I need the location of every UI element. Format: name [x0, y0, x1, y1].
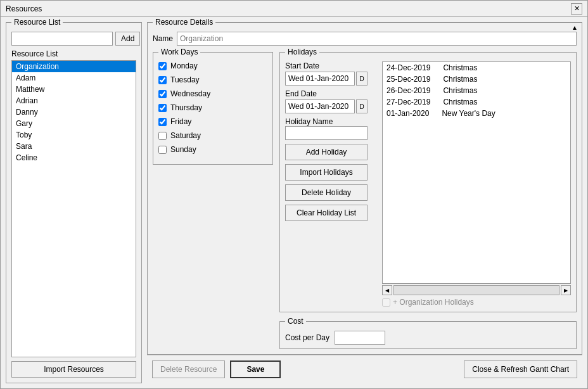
list-item[interactable]: Adrian [12, 95, 136, 106]
workday-label: Saturday [170, 131, 201, 140]
list-item[interactable]: Toby [12, 129, 136, 141]
holidays-section: Holidays Start Date D [279, 52, 577, 349]
list-item[interactable]: Celine [12, 152, 136, 163]
scroll-track [393, 285, 559, 295]
holiday-date: 25-Dec-2019 [387, 75, 430, 84]
workday-row: Thursday [158, 103, 267, 112]
start-date-input[interactable] [285, 72, 355, 86]
holiday-name-label: Holiday Name [285, 117, 333, 126]
start-date-field: D [285, 72, 377, 86]
clear-holiday-button[interactable]: Clear Holiday List [285, 205, 368, 221]
holiday-name: Christmas [443, 63, 477, 72]
import-resources-button[interactable]: Import Resources [11, 361, 136, 378]
right-panel: Resource Details ▲ Name Work Days Monday… [147, 22, 582, 383]
work-days-title: Work Days [158, 48, 200, 56]
holidays-list[interactable]: 24-Dec-2019Christmas25-Dec-2019Christmas… [382, 61, 571, 284]
delete-resource-button[interactable]: Delete Resource [152, 360, 225, 378]
workday-checkbox[interactable] [158, 132, 167, 140]
list-item[interactable]: Sara [12, 141, 136, 152]
end-date-field: D [285, 99, 377, 113]
workday-label: Sunday [170, 145, 196, 154]
workday-label: Wednesday [170, 89, 210, 98]
end-date-d-button[interactable]: D [356, 99, 368, 113]
name-input[interactable] [177, 32, 577, 46]
workday-row: Wednesday [158, 89, 267, 98]
workday-checkbox[interactable] [158, 118, 167, 126]
cost-group-title: Cost [285, 317, 306, 326]
add-button[interactable]: Add [115, 32, 140, 46]
workday-checkbox[interactable] [158, 76, 167, 84]
close-refresh-button[interactable]: Close & Refresh Gantt Chart [464, 360, 577, 378]
list-item[interactable]: Gary [12, 118, 136, 129]
window-body: Resource List Add Resource List Organiza… [1, 17, 587, 388]
holiday-name: Christmas [443, 75, 477, 84]
list-item[interactable]: Organization [12, 61, 136, 72]
holiday-name-row: Holiday Name [285, 117, 377, 140]
org-holidays-row: + Organization Holidays [382, 298, 571, 307]
main-window: Resources ✕ Resource List Add Resource L… [0, 0, 588, 389]
end-date-row: End Date D [285, 89, 377, 113]
left-panel: Resource List Add Resource List Organiza… [6, 22, 142, 383]
end-date-input[interactable] [285, 99, 355, 113]
holidays-group-title: Holidays [285, 48, 319, 56]
org-holidays-checkbox [382, 298, 390, 307]
close-button[interactable]: ✕ [571, 3, 582, 15]
workday-row: Saturday [158, 131, 267, 140]
holiday-list-item[interactable]: 27-Dec-2019Christmas [383, 96, 570, 108]
delete-holiday-button[interactable]: Delete Holiday [285, 184, 368, 201]
workday-checkbox[interactable] [158, 146, 167, 154]
start-date-row: Start Date D [285, 61, 377, 86]
end-date-label: End Date [285, 89, 377, 98]
scrollbar-row: ◀ ▶ [382, 285, 571, 295]
import-holidays-button[interactable]: Import Holidays [285, 164, 368, 181]
start-date-d-button[interactable]: D [356, 72, 368, 86]
resource-list-group: Resource List Add Resource List Organiza… [6, 22, 142, 383]
holiday-name-input[interactable] [285, 126, 368, 140]
holiday-list-item[interactable]: 24-Dec-2019Christmas [383, 62, 570, 73]
import-btn-row: Import Resources [11, 357, 136, 378]
add-holiday-button[interactable]: Add Holiday [285, 144, 368, 160]
holiday-list-item[interactable]: 26-Dec-2019Christmas [383, 85, 570, 96]
holiday-date: 27-Dec-2019 [387, 98, 430, 106]
cost-per-day-input[interactable] [335, 331, 385, 345]
details-body: Work Days MondayTuesdayWednesdayThursday… [153, 52, 577, 349]
collapse-arrow[interactable]: ▲ [572, 24, 578, 31]
save-button[interactable]: Save [230, 360, 281, 378]
holiday-date: 24-Dec-2019 [387, 63, 430, 72]
workday-label: Thursday [170, 103, 202, 112]
resource-list-group-title: Resource List [11, 18, 63, 27]
workday-checkbox[interactable] [158, 90, 167, 98]
workday-row: Sunday [158, 145, 267, 154]
holiday-name: New Year's Day [442, 109, 495, 118]
add-row: Add [11, 32, 136, 46]
holiday-name: Christmas [443, 86, 477, 95]
workday-checkbox[interactable] [158, 104, 167, 112]
add-resource-input[interactable] [11, 32, 113, 46]
scroll-right-button[interactable]: ▶ [561, 285, 571, 295]
name-label: Name [153, 34, 173, 43]
resource-details-title: Resource Details [153, 18, 215, 27]
org-holidays-label: + Organization Holidays [393, 298, 474, 307]
workdays-container: MondayTuesdayWednesdayThursdayFridaySatu… [158, 61, 267, 154]
list-item[interactable]: Danny [12, 106, 136, 118]
cost-row: Cost per Day [285, 331, 571, 345]
holiday-date: 01-Jan-2020 [387, 109, 429, 118]
holidays-inner: Start Date D End Date [285, 61, 571, 307]
workday-label: Monday [170, 61, 198, 70]
resource-list-box[interactable]: OrganizationAdamMatthewAdrianDannyGaryTo… [11, 60, 136, 357]
holidays-list-panel: 24-Dec-2019Christmas25-Dec-2019Christmas… [382, 61, 571, 307]
holiday-list-item[interactable]: 01-Jan-2020New Year's Day [383, 108, 570, 119]
cost-group: Cost Cost per Day [279, 321, 577, 349]
name-row: Name [153, 32, 577, 46]
work-days-group: Work Days MondayTuesdayWednesdayThursday… [153, 52, 273, 165]
holidays-controls: Start Date D End Date [285, 61, 377, 307]
list-item[interactable]: Adam [12, 72, 136, 84]
workday-checkbox[interactable] [158, 62, 167, 70]
list-item[interactable]: Matthew [12, 84, 136, 95]
workday-label: Tuesday [170, 75, 200, 84]
holiday-list-item[interactable]: 25-Dec-2019Christmas [383, 73, 570, 85]
scroll-left-button[interactable]: ◀ [382, 285, 392, 295]
workday-row: Friday [158, 117, 267, 126]
bottom-buttons: Delete Resource Save Close & Refresh Gan… [147, 355, 582, 383]
start-date-label: Start Date [285, 61, 377, 70]
